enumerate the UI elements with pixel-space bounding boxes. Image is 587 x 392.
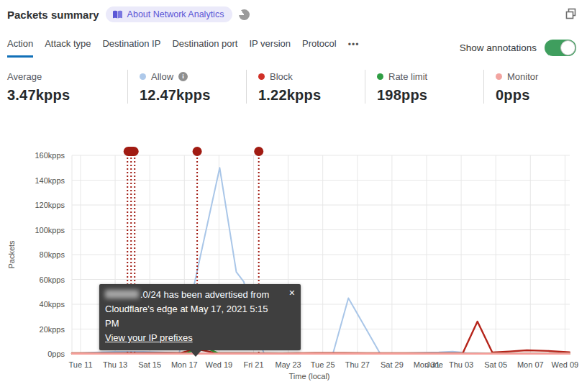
view-ip-prefixes-link[interactable]: View your IP prefixes	[105, 332, 193, 343]
tooltip-line1: .0/24 has been advertised from	[105, 288, 283, 302]
x-tick-label: Mon 07	[517, 360, 544, 369]
x-tick-label: Wed 09	[552, 360, 579, 369]
x-tick-label: Wed 19	[206, 360, 233, 369]
x-tick-label: Thu 03	[449, 360, 473, 369]
y-tick-label: 120kpps	[35, 201, 65, 209]
month-label: June	[426, 360, 443, 369]
x-tick-label: May 23	[276, 360, 301, 369]
y-tick-label: 40kpps	[40, 300, 65, 309]
tooltip-line2: Cloudflare's edge at May 17, 2021 5:15 P…	[105, 302, 283, 331]
annotation-tooltip: × .0/24 has been advertised from Cloudfl…	[99, 284, 301, 350]
x-tick-label: Tue 11	[68, 360, 92, 369]
y-tick-label: 160kpps	[35, 151, 65, 160]
annotation-marker[interactable]	[193, 147, 202, 156]
x-tick-label: Fri 21	[243, 360, 263, 369]
close-icon[interactable]: ×	[289, 286, 295, 300]
y-tick-label: 140kpps	[35, 176, 65, 185]
network-analytics-panel: Packets summary About Network Analytics …	[0, 0, 587, 392]
x-tick-label: Tue 25	[311, 360, 335, 369]
y-tick-label: 0pps	[47, 350, 65, 358]
redacted-ip-prefix	[105, 290, 139, 298]
x-tick-label: Sat 15	[138, 360, 161, 369]
annotation-marker[interactable]	[254, 147, 263, 156]
y-tick-label: 100kpps	[35, 226, 65, 234]
annotation-group-marker[interactable]	[124, 147, 139, 156]
y-axis-title: Packets	[7, 240, 16, 269]
tooltip-arrow	[189, 350, 202, 357]
x-tick-label: Sat 05	[484, 360, 507, 369]
x-tick-label: Sat 29	[381, 360, 404, 369]
x-tick-label: Thu 27	[345, 360, 370, 369]
x-tick-label: Thu 13	[103, 360, 127, 369]
y-tick-label: 80kpps	[40, 250, 65, 259]
y-tick-label: 60kpps	[40, 275, 65, 284]
x-tick-label: Mon 17	[171, 360, 198, 369]
y-tick-label: 20kpps	[40, 325, 65, 334]
x-axis-title: Time (local)	[288, 372, 329, 380]
